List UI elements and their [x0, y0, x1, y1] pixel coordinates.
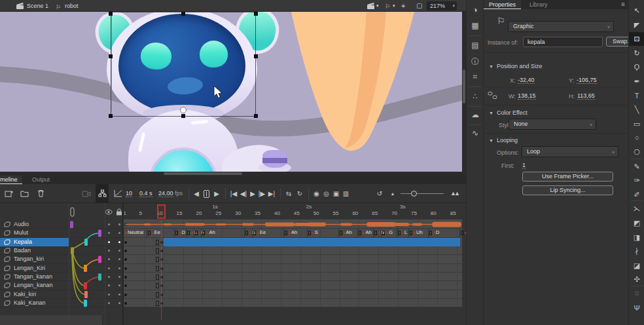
- transform-handle-ml[interactable]: [109, 54, 113, 58]
- transformation-point[interactable]: [180, 107, 187, 113]
- phoneme-box[interactable]: [308, 231, 311, 235]
- phoneme-box[interactable]: [382, 231, 385, 235]
- parent-chip-kaki_kiri[interactable]: [84, 291, 88, 298]
- rectangle-tool[interactable]: ▭: [629, 117, 644, 131]
- edit-scene-icon[interactable]: [367, 0, 375, 12]
- section-color-effect[interactable]: ▼Color Effect: [489, 109, 528, 116]
- keyframe-dot[interactable]: [124, 241, 127, 244]
- y-value[interactable]: -106,75: [577, 77, 597, 84]
- align-panel-icon[interactable]: ▤: [467, 41, 484, 50]
- modify-markers-icon[interactable]: ▥: [341, 184, 351, 203]
- selected-frame-span[interactable]: [164, 238, 460, 246]
- free-transform-tool[interactable]: ⊡: [629, 32, 644, 46]
- transform-handle-bc[interactable]: [181, 114, 185, 118]
- paint-bucket-tool[interactable]: ◩: [629, 216, 644, 230]
- onion-skin-icon[interactable]: ◉: [312, 184, 321, 203]
- frame-row-kepala[interactable]: [123, 238, 462, 246]
- camera-tool[interactable]: ⌑: [629, 287, 644, 301]
- breadcrumb-symbol[interactable]: robot: [65, 0, 79, 12]
- keyframe-dot[interactable]: [124, 250, 127, 252]
- phoneme-box[interactable]: [253, 231, 256, 235]
- classic-brush-tool[interactable]: ✑: [629, 174, 644, 187]
- rotation-tool[interactable]: ↻: [629, 47, 644, 60]
- fluid-brush-tool[interactable]: ✐: [629, 188, 644, 202]
- tab-timeline[interactable]: Timeline: [0, 176, 22, 184]
- style-dropdown[interactable]: None˅: [509, 119, 596, 130]
- graph-view-icon[interactable]: [111, 184, 124, 203]
- frame-row-audio[interactable]: [123, 220, 462, 229]
- keyframe-dot[interactable]: [124, 258, 127, 261]
- zoom-in-icon[interactable]: ▲▲: [448, 184, 461, 203]
- phoneme-keyframe-dot[interactable]: [152, 232, 154, 234]
- frame-row-lengan_kanan[interactable]: [123, 281, 462, 290]
- layer-panel-bottom-scrollbar[interactable]: [0, 315, 103, 325]
- parenting-view-icon[interactable]: [96, 184, 109, 203]
- parent-chip-mulut[interactable]: [98, 230, 101, 237]
- phoneme-box[interactable]: [245, 231, 248, 235]
- parent-chip-tangan_kanan[interactable]: [98, 273, 101, 280]
- polystar-tool[interactable]: ⎔: [629, 145, 644, 159]
- frames-area[interactable]: 15101520253035404550556065707580851s2s3s…: [123, 203, 462, 325]
- text-tool[interactable]: T: [629, 89, 644, 103]
- line-tool[interactable]: ╲: [629, 103, 644, 117]
- go-first-icon[interactable]: |◀: [228, 184, 239, 203]
- timeline-zoom-slider[interactable]: [401, 193, 444, 194]
- section-position-size[interactable]: ▼Position and Size: [489, 63, 542, 69]
- tab-library[interactable]: Library: [524, 0, 553, 9]
- frame-row-badan[interactable]: [123, 246, 462, 255]
- phoneme-box[interactable]: [285, 231, 287, 235]
- parent-chip-lengan_kanan[interactable]: [84, 282, 87, 290]
- parent-chip-tangan_kiri[interactable]: [98, 256, 101, 263]
- keyframe-dot[interactable]: [124, 294, 127, 296]
- stage-canvas[interactable]: [0, 12, 462, 172]
- parent-chip-kaki_kanan[interactable]: [84, 299, 87, 307]
- phoneme-keyframe-dot[interactable]: [125, 232, 127, 234]
- hand-tool[interactable]: Ψ: [629, 301, 644, 315]
- info-panel-icon[interactable]: ⓘ: [467, 56, 484, 67]
- current-frame-counter[interactable]: 10: [126, 184, 132, 203]
- tab-properties[interactable]: Properties: [484, 0, 521, 9]
- clip-content-icon[interactable]: ▢: [416, 0, 422, 12]
- instance-name-field[interactable]: kepala: [523, 37, 603, 47]
- frame-row-mulut[interactable]: NeutralEeDEFAhDEeAhSAhAhMGLUhDS: [123, 229, 462, 237]
- phoneme-keyframe-dot[interactable]: [191, 232, 193, 234]
- phoneme-box[interactable]: [359, 231, 361, 235]
- edit-symbol-icon[interactable]: ⚐: [385, 1, 390, 12]
- phoneme-keyframe-dot[interactable]: [344, 232, 346, 234]
- phoneme-box[interactable]: [461, 231, 463, 235]
- phoneme-keyframe-dot[interactable]: [206, 232, 208, 234]
- pencil-tool[interactable]: ✎: [629, 160, 644, 174]
- phoneme-box[interactable]: [374, 231, 377, 235]
- frame-row-kaki_kiri[interactable]: [123, 290, 462, 299]
- zoom-out-icon[interactable]: ▲: [388, 184, 397, 203]
- loop-dropdown[interactable]: Loop˅: [522, 146, 618, 157]
- parent-chip-audio[interactable]: [70, 221, 73, 228]
- color-panel-icon[interactable]: ◑: [467, 5, 484, 14]
- phoneme-box[interactable]: [202, 231, 205, 235]
- center-frame-icon[interactable]: ⇆: [283, 184, 294, 203]
- first-frame-value[interactable]: 1: [522, 162, 526, 169]
- subselection-tool[interactable]: ◤: [629, 18, 644, 32]
- phoneme-box[interactable]: [398, 231, 401, 235]
- phoneme-keyframe-dot[interactable]: [386, 232, 388, 234]
- frame-row-tangan_kiri[interactable]: [123, 255, 462, 263]
- transform-handle-tl[interactable]: [109, 12, 113, 16]
- center-stage-icon[interactable]: ⌖: [401, 0, 405, 12]
- phoneme-box[interactable]: [195, 231, 198, 235]
- motion-editor-icon[interactable]: ∿: [467, 128, 484, 138]
- swatches-panel-icon[interactable]: ▦: [467, 21, 484, 30]
- brush-library-icon[interactable]: ∴: [467, 92, 484, 101]
- keyframe-dot[interactable]: [124, 267, 127, 270]
- eraser-tool[interactable]: ◪: [629, 259, 644, 273]
- phoneme-box[interactable]: [340, 231, 342, 235]
- cc-libraries-icon[interactable]: ☁: [467, 110, 484, 119]
- phoneme-keyframe-dot[interactable]: [289, 232, 291, 234]
- frame-row-lengan_kiri[interactable]: [123, 264, 462, 273]
- back-frame-icon[interactable]: ◀|: [238, 184, 249, 203]
- transform-handle-tr[interactable]: [254, 12, 258, 16]
- delete-layer-icon[interactable]: [35, 184, 46, 203]
- go-last-icon[interactable]: ▶|: [266, 184, 277, 203]
- frame-rate[interactable]: 24.00 fps: [158, 184, 183, 203]
- play-icon[interactable]: ▶: [248, 184, 257, 203]
- parent-chip-lengan_kiri[interactable]: [84, 265, 87, 272]
